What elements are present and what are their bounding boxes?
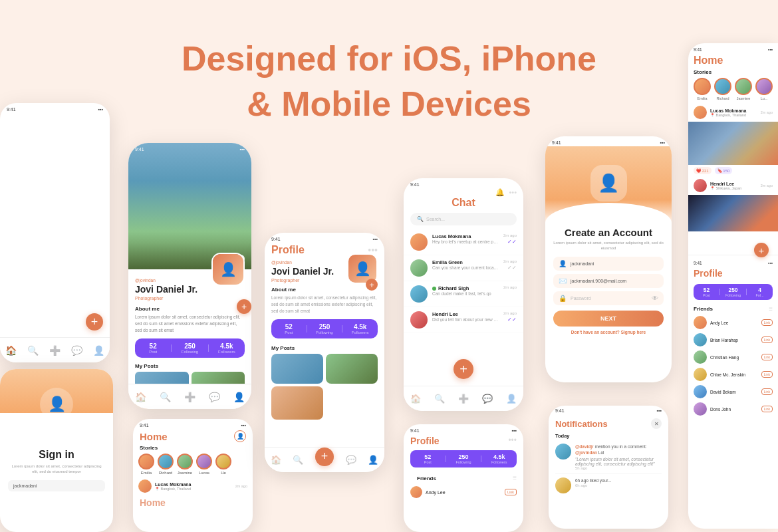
search-placeholder: Search... xyxy=(426,217,445,221)
followers-label: Followers xyxy=(209,350,245,354)
phone-home-center: 9:41▪▪▪ Home 👤 Stories Emilia Richard Ja… xyxy=(133,419,253,532)
sb-like-badge[interactable]: ❤️ 221 xyxy=(694,167,712,174)
status-bar: 9:41▪▪▪ xyxy=(133,419,253,429)
chat-bottom-nav: 🏠 🔍 ➕ 💬 👤 xyxy=(404,386,523,411)
profile-job: Photographer xyxy=(135,296,245,301)
signin-prompt: Don't have an account? Signup here xyxy=(553,330,664,334)
user-icon: 👤 xyxy=(559,260,567,267)
email-value: jackmadani.900@mail.com xyxy=(571,279,626,283)
ca-title: Create an Account xyxy=(553,227,664,238)
nav-chat-icon[interactable]: 💬 xyxy=(209,392,220,402)
today-label: Today xyxy=(549,432,668,440)
my-posts-label: My Posts xyxy=(135,363,245,369)
phone-notifications: 9:41▪▪▪ Notifications ✕ Today @davidjr m… xyxy=(549,406,668,529)
sb-friend-3[interactable]: Christian Hang Link xyxy=(688,348,778,366)
fab-button[interactable]: + xyxy=(86,313,103,331)
username-field[interactable]: 👤 jackmadani xyxy=(553,257,664,271)
notif-item-1: @davidjr mention you in a comment: @jovi… xyxy=(549,440,668,473)
about-text: Lorem ipsum dolor sit amet, consectetur … xyxy=(135,314,245,333)
nav-add-icon[interactable]: ➕ xyxy=(184,392,195,402)
nav-search-icon[interactable]: 🔍 xyxy=(160,392,171,402)
phone-profile-add: 9:41▪▪▪ Profile ••• @jovindan Jovi Danie… xyxy=(265,233,384,472)
profile-hero: 9:41 ▪▪▪ ❤️ 450k xyxy=(128,143,251,269)
phone-signin: 👤 Sign in Lorem ipsum dolor sit amet, co… xyxy=(0,369,113,532)
sb-fab[interactable]: + xyxy=(754,243,769,257)
nav-profile-icon[interactable]: 👤 xyxy=(93,345,104,356)
followers-count: 4.5k xyxy=(209,342,245,350)
username-input[interactable]: jackmadani xyxy=(8,480,105,491)
ca-subtitle: Lorem ipsum dolor sit amet, consectetur … xyxy=(553,240,664,251)
following-count: 250 xyxy=(172,342,207,350)
posts-count: 52 xyxy=(135,342,171,350)
stats-row: 52 Post 250 Following 4.5k Followers xyxy=(135,338,245,358)
posts-label: Post xyxy=(135,350,171,354)
sb-friends-label: Friends xyxy=(694,306,713,312)
sb-stats: 52Post 250Following 4Fol... xyxy=(694,284,773,300)
search-bar[interactable]: 🔍 Search... xyxy=(410,213,517,225)
search-icon: 🔍 xyxy=(417,216,424,222)
chat-item-1[interactable]: Lucas Mokmana Hey bro let's meetup at ce… xyxy=(404,229,523,255)
chat-title: Chat xyxy=(404,197,523,209)
password-field[interactable]: 🔒 Password 👁 xyxy=(553,291,664,305)
nav-home-icon[interactable]: 🏠 xyxy=(5,345,17,356)
signin-icon: 👤 xyxy=(40,388,73,421)
chat-fab[interactable]: + xyxy=(454,359,473,379)
chat-item-3[interactable]: Richard Sigh Can dudel make it fast, let… xyxy=(404,281,523,307)
bottom-nav-add: 🏠 🔍 + 💬 👤 xyxy=(265,447,384,472)
eye-icon[interactable]: 👁 xyxy=(652,295,658,302)
phone-create-account: 9:41▪▪▪ 👤 Create an Account Lorem ipsum … xyxy=(545,136,672,382)
about-label: About me xyxy=(135,306,245,312)
signup-link[interactable]: Signup here xyxy=(621,330,646,334)
sb-profile-title: Profile xyxy=(688,267,778,281)
signin-subtitle: Lorem ipsum dolor sit amet, consectetur … xyxy=(8,464,105,475)
ca-user-icon: 👤 xyxy=(590,165,627,201)
phone-chat: 9:41 🔔 ••• Chat 🔍 Search... Lucas Mokman… xyxy=(404,178,523,411)
hero-title: Designed for iOS, iPhone & Mobile Device… xyxy=(0,37,778,126)
sb-friend-6[interactable]: Dons John Link xyxy=(688,400,778,418)
following-label: Following xyxy=(172,350,207,354)
phone-profile-bottom: 9:41▪▪▪ Profile ••• 52Post 250Following … xyxy=(404,424,523,532)
add-follow-btn[interactable]: + xyxy=(366,279,378,291)
bottom-nav: 🏠 🔍 ➕ 💬 👤 xyxy=(0,337,110,362)
nav-chat-icon[interactable]: 💬 xyxy=(71,345,82,356)
nav-search-icon[interactable]: 🔍 xyxy=(27,345,39,356)
phone-home-left: 9:41 ▪▪▪ Home 👤 Stories Emilia Richard J… xyxy=(0,103,110,362)
next-button[interactable]: NEXT xyxy=(553,311,664,327)
notif-title: Notifications xyxy=(555,419,608,429)
nav-home-icon[interactable]: 🏠 xyxy=(135,392,146,402)
profile-bottom-title: Profile xyxy=(410,436,440,446)
ca-top: 👤 xyxy=(545,146,672,223)
email-field[interactable]: ✉️ jackmadani.900@mail.com xyxy=(553,274,664,288)
chat-status-bar: 9:41 xyxy=(404,178,523,188)
signin-title: Sign in xyxy=(8,449,105,461)
password-placeholder: Password xyxy=(571,296,591,301)
notif-item-2: 6h ago liked your... 6h ago xyxy=(549,474,668,497)
fab-center[interactable]: + xyxy=(315,448,334,466)
home-title-center: Home xyxy=(140,431,168,442)
bottom-nav-profile: 🏠 🔍 ➕ 💬 👤 xyxy=(128,384,251,409)
nav-add-icon[interactable]: ➕ xyxy=(49,345,61,356)
notif-status-bar: 9:41▪▪▪ xyxy=(549,406,668,413)
ca-status-bar: 9:41▪▪▪ xyxy=(545,136,672,146)
lock-icon: 🔒 xyxy=(559,295,567,302)
sb-follow-badge[interactable]: 🔖 150 xyxy=(715,167,733,174)
header-icon[interactable]: 👤 xyxy=(234,430,246,442)
add-button[interactable]: + xyxy=(237,299,251,314)
nav-profile-icon[interactable]: 👤 xyxy=(233,392,245,402)
signin-top: 👤 xyxy=(0,369,113,442)
username-value: jackmadani xyxy=(571,261,594,266)
profile-avatar: 👤 xyxy=(211,253,245,286)
chat-item-2[interactable]: Emilia Green Can you share your current … xyxy=(404,255,523,281)
email-icon: ✉️ xyxy=(559,277,567,285)
profile-title-add: Profile xyxy=(271,244,305,256)
close-button[interactable]: ✕ xyxy=(651,418,662,429)
sb-friend-2[interactable]: Brian Harahap Link xyxy=(688,331,778,348)
friends-label-bottom: Friends xyxy=(410,473,443,483)
chat-item-4[interactable]: Hendri Lee Did you tell him about your n… xyxy=(404,307,523,333)
sb-friend-4[interactable]: Chloe Mc. Jenskin Link xyxy=(688,366,778,383)
chat-icons-row: 🔔 ••• xyxy=(404,188,523,197)
sb-friend-1[interactable]: Andy Lee Link xyxy=(688,314,778,331)
sb-post2-user: Hendri Lee 📍 Shikuwa, Japan 2m ago xyxy=(688,176,778,195)
phone-profile-large: 9:41 ▪▪▪ ❤️ 450k 👤 @jovindan Jovi Daniel… xyxy=(128,143,251,409)
sb-friend-5[interactable]: David Bekam Link xyxy=(688,383,778,400)
